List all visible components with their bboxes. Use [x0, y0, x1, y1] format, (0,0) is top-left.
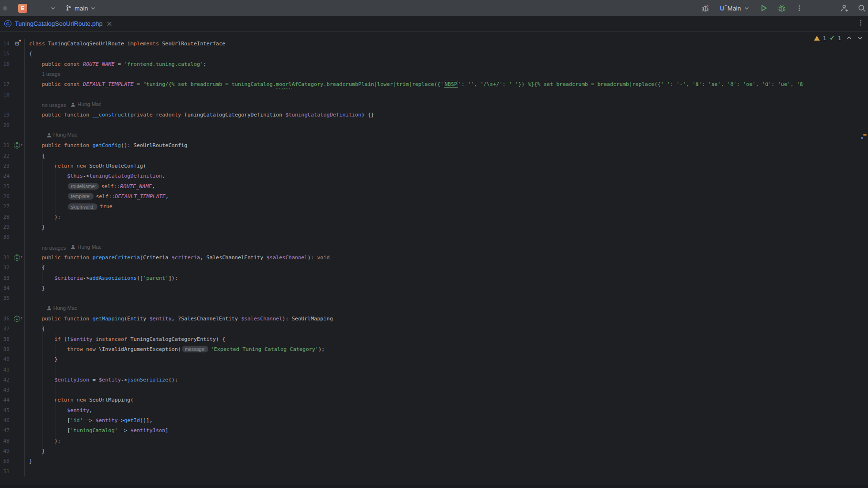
class-settings-gutter-icon[interactable]: ⚙ [14, 41, 20, 47]
line-number[interactable]: 18 [0, 90, 10, 100]
line-number[interactable]: 42 [0, 375, 10, 385]
code-line[interactable]: 37 { [0, 324, 868, 334]
line-number[interactable]: 45 [0, 405, 10, 415]
code-line[interactable]: 28 ); [0, 212, 868, 222]
code-line[interactable]: 40 } [0, 354, 868, 364]
line-number[interactable]: 39 [0, 344, 10, 354]
code-line[interactable]: 51 [0, 467, 868, 477]
line-number[interactable]: 48 [0, 436, 10, 446]
code-line[interactable]: 48 ); [0, 436, 868, 446]
code-line[interactable]: 39 throw new \InvalidArgumentException(m… [0, 344, 868, 354]
run-configuration-selector[interactable]: U Main [718, 5, 751, 12]
code-line[interactable]: 49 } [0, 446, 868, 456]
code-line[interactable]: 15{ [0, 49, 868, 59]
line-number[interactable]: 41 [0, 365, 10, 375]
line-number[interactable]: 47 [0, 425, 10, 435]
line-number[interactable]: 40 [0, 354, 10, 364]
debug-button[interactable] [776, 3, 787, 13]
code-with-me-icon[interactable] [839, 3, 849, 13]
code-line[interactable]: 30 [0, 232, 868, 242]
code-line[interactable]: 22 { [0, 151, 868, 161]
code-line[interactable]: 46 ['id' => $entity->getId()], [0, 415, 868, 425]
line-number[interactable]: 38 [0, 334, 10, 344]
code-line[interactable]: 1 usage [0, 69, 868, 79]
line-number[interactable]: 33 [0, 273, 10, 283]
line-number[interactable]: 30 [0, 232, 10, 242]
line-number[interactable]: 31 [0, 253, 10, 263]
code-line[interactable]: 47 ['tuningCatalog' => $entityJson] [0, 425, 868, 435]
line-number[interactable]: 46 [0, 415, 10, 425]
code-line[interactable]: 17 public const DEFAULT_TEMPLATE = "tuni… [0, 79, 868, 89]
code-line[interactable]: 50} [0, 456, 868, 466]
line-number[interactable]: 16 [0, 59, 10, 69]
code-line[interactable]: 33 $criteria->addAssociations(['parent']… [0, 273, 868, 283]
line-number[interactable]: 24 [0, 171, 10, 181]
line-number[interactable]: 17 [0, 79, 10, 89]
scrollbar-warning-mark[interactable] [863, 134, 867, 136]
code-line[interactable]: 41 [0, 365, 868, 375]
code-line[interactable]: 23 return new SeoUrlRouteConfig( [0, 161, 868, 171]
line-number[interactable]: 35 [0, 293, 10, 303]
line-number[interactable]: 21 [0, 140, 10, 150]
line-number[interactable]: 34 [0, 283, 10, 293]
code-line[interactable]: 19 public function __construct(private r… [0, 110, 868, 120]
line-number[interactable]: 37 [0, 324, 10, 334]
line-number[interactable]: 27 [0, 202, 10, 212]
line-number[interactable]: 14 [0, 39, 10, 49]
code-line[interactable]: 43 [0, 385, 868, 395]
code-line[interactable]: 14⚙class TuningCatalogSeoUrlRoute implem… [0, 39, 868, 49]
line-number[interactable]: 29 [0, 222, 10, 232]
debugger-unavailable-icon[interactable] [700, 3, 711, 13]
line-number[interactable]: 15 [0, 49, 10, 59]
line-number[interactable]: 25 [0, 181, 10, 191]
code-line[interactable]: 18 [0, 90, 868, 100]
code-line[interactable]: no usagesHung Mac [0, 100, 868, 110]
line-number[interactable]: 19 [0, 110, 10, 120]
more-actions-icon[interactable] [794, 3, 804, 13]
code-line[interactable]: 42 $entityJson = $entity->jsonSerialize(… [0, 375, 868, 385]
code-line[interactable]: 21I↑ public function getConfig(): SeoUrl… [0, 140, 868, 150]
next-problem-icon[interactable] [857, 35, 863, 41]
code-line[interactable]: 24 $this->tuningCatalogDefinition, [0, 171, 868, 181]
line-number[interactable]: 20 [0, 120, 10, 130]
line-number[interactable]: 51 [0, 467, 10, 477]
code-line[interactable]: 27 skipInvalid:true [0, 202, 868, 212]
code-line[interactable]: 44 return new SeoUrlMapping( [0, 395, 868, 405]
code-line[interactable]: 32 { [0, 263, 868, 273]
code-line[interactable]: 36I↑ public function getMapping(Entity $… [0, 314, 868, 324]
code-line[interactable]: 45 $entity, [0, 405, 868, 415]
code-line[interactable]: 25 routeName:self::ROUTE_NAME, [0, 181, 868, 191]
line-number[interactable]: 36 [0, 314, 10, 324]
line-number[interactable]: 26 [0, 191, 10, 202]
line-number[interactable]: 23 [0, 161, 10, 171]
code-editor[interactable]: 14⚙class TuningCatalogSeoUrlRoute implem… [0, 32, 868, 488]
inspections-widget[interactable]: 1 ✓ 1 [814, 34, 863, 42]
line-number[interactable]: 28 [0, 212, 10, 222]
code-line[interactable]: 20 [0, 120, 868, 130]
line-number[interactable]: 43 [0, 385, 10, 395]
code-line[interactable]: 26 template:self::DEFAULT_TEMPLATE, [0, 191, 868, 202]
code-line[interactable]: Hung Mac [0, 304, 868, 314]
line-number[interactable]: 32 [0, 263, 10, 273]
code-line[interactable]: 35 [0, 293, 868, 303]
code-line[interactable]: Hung Mac [0, 130, 868, 140]
implements-gutter-icon[interactable]: I↑ [14, 316, 20, 322]
code-line[interactable]: no usagesHung Mac [0, 243, 868, 253]
implements-gutter-icon[interactable]: I↑ [14, 142, 20, 149]
tab-tuningcatalogseourlroute-php[interactable]: C TuningCatalogSeoUrlRoute.php [0, 16, 118, 31]
line-number[interactable]: 49 [0, 446, 10, 456]
scrollbar-info-mark[interactable] [861, 137, 863, 139]
code-line[interactable]: 34 } [0, 283, 868, 293]
line-number[interactable]: 22 [0, 151, 10, 161]
git-branch-widget[interactable]: main [63, 2, 99, 14]
line-number[interactable]: 50 [0, 456, 10, 466]
implements-gutter-icon[interactable]: I↑ [14, 255, 20, 261]
code-line[interactable]: 29 } [0, 222, 868, 232]
window-menu-dot[interactable] [3, 6, 7, 11]
run-button[interactable] [759, 3, 769, 13]
code-line[interactable]: 16 public const ROUTE_NAME = 'frontend.t… [0, 59, 868, 69]
code-line[interactable]: 38 if (!$entity instanceof TuningCatalog… [0, 334, 868, 344]
project-chevron-down-icon[interactable] [50, 5, 56, 11]
close-tab-icon[interactable] [106, 21, 113, 27]
tab-list-options-icon[interactable] [857, 20, 866, 28]
